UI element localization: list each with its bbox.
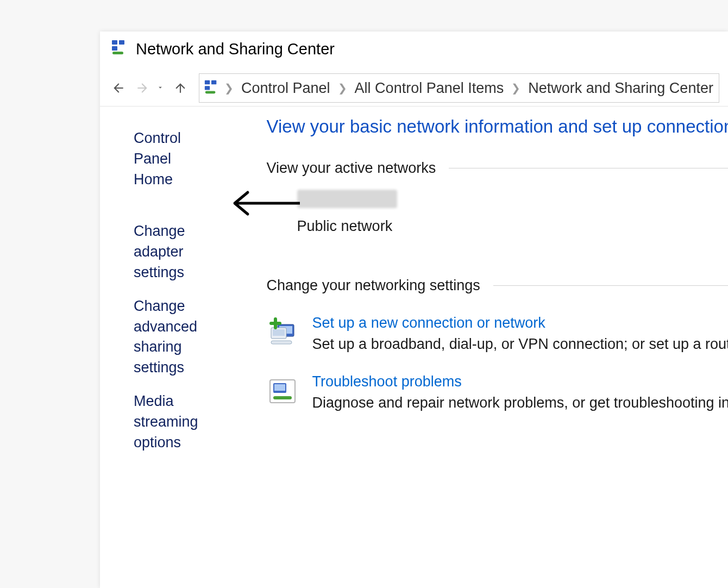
back-button[interactable] [109,78,128,98]
option-troubleshoot: Troubleshoot problems Diagnose and repai… [267,373,728,411]
page-heading: View your basic network information and … [267,116,728,137]
set-up-connection-link[interactable]: Set up a new connection or network [312,315,728,331]
sidebar-item-change-adapter-settings[interactable]: Change adapter settings [134,221,198,283]
svg-rect-16 [273,396,292,399]
breadcrumb-network-sharing[interactable]: Network and Sharing Center [523,78,719,99]
network-name-redacted [297,190,397,208]
troubleshoot-icon [267,376,298,407]
address-field[interactable]: ❯ Control Panel ❯ All Control Panel Item… [199,73,719,103]
svg-rect-6 [205,86,210,90]
svg-rect-1 [119,40,124,45]
network-sharing-center-icon [111,39,127,59]
troubleshoot-desc: Diagnose and repair network problems, or… [312,395,728,411]
content-area: Control Panel Home Change adapter settin… [100,107,728,575]
address-bar: ❯ Control Panel ❯ All Control Panel Item… [100,70,728,107]
main-pane: View your basic network information and … [214,107,728,575]
network-type-label: Public network [297,218,728,235]
set-up-connection-icon [267,317,298,348]
sidebar-item-media-streaming-options[interactable]: Media streaming options [134,391,198,453]
chevron-right-icon[interactable]: ❯ [222,82,236,95]
troubleshoot-link[interactable]: Troubleshoot problems [312,373,728,390]
svg-rect-5 [211,80,216,84]
network-sharing-center-icon [204,79,219,97]
svg-rect-2 [112,46,117,51]
section-label: Change your networking settings [267,277,480,294]
active-network-entry: Public network [267,190,728,235]
active-networks-header: View your active networks [267,160,728,177]
window-title: Network and Sharing Center [136,40,335,58]
chevron-right-icon[interactable]: ❯ [336,82,349,95]
svg-rect-15 [274,384,285,391]
recent-locations-dropdown[interactable] [156,83,164,94]
forward-button[interactable] [133,78,152,98]
network-sharing-center-window: Network and Sharing Center ❯ [100,32,728,588]
svg-rect-3 [112,52,123,54]
set-up-connection-desc: Set up a broadband, dial-up, or VPN conn… [312,336,728,353]
sidebar-item-control-panel-home[interactable]: Control Panel Home [134,128,198,190]
sidebar: Control Panel Home Change adapter settin… [100,107,214,575]
divider [493,285,728,286]
svg-rect-7 [205,91,216,93]
breadcrumb-all-items[interactable]: All Control Panel Items [349,78,510,99]
section-label: View your active networks [267,160,436,177]
sidebar-item-change-advanced-sharing[interactable]: Change advanced sharing settings [134,296,198,378]
breadcrumb-control-panel[interactable]: Control Panel [236,78,336,99]
title-bar: Network and Sharing Center [100,32,728,70]
svg-rect-0 [112,40,117,45]
divider [449,168,728,168]
breadcrumb: ❯ Control Panel ❯ All Control Panel Item… [222,78,719,99]
up-button[interactable] [171,78,190,98]
svg-rect-4 [205,80,210,84]
svg-rect-11 [273,329,285,336]
chevron-right-icon[interactable]: ❯ [509,82,523,95]
svg-rect-12 [271,341,292,344]
change-settings-header: Change your networking settings [267,277,728,294]
option-set-up-connection: Set up a new connection or network Set u… [267,315,728,353]
